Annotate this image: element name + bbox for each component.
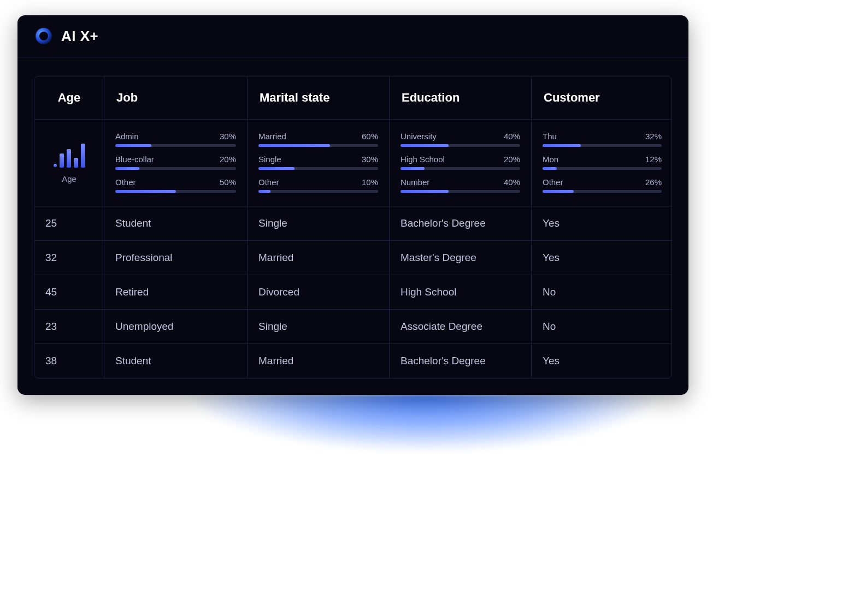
dist-row: Other10% [258, 177, 378, 193]
table-container: Age Job Marital state Education Customer [17, 57, 688, 395]
cell-age: 45 [34, 275, 104, 310]
cell-customer: Yes [532, 206, 672, 241]
cell-job: Professional [104, 241, 248, 275]
dist-row: Thu32% [543, 132, 662, 147]
summary-education: University40% High School20% Number40% [390, 120, 532, 206]
cell-job: Student [104, 206, 248, 241]
dist-row: High School20% [401, 155, 520, 170]
dist-pct: 20% [504, 155, 520, 164]
dist-track [115, 190, 236, 193]
dist-fill [115, 167, 139, 170]
dist-track [401, 144, 520, 147]
dist-fill [258, 167, 295, 170]
dist-fill [258, 190, 270, 193]
cell-job: Unemployed [104, 310, 248, 344]
cell-age: 38 [34, 344, 104, 378]
dist-label: Married [258, 132, 286, 141]
cell-education: Master's Degree [390, 241, 532, 275]
dist-pct: 30% [220, 132, 236, 141]
col-label: Age [58, 91, 81, 105]
cell-marital: Married [248, 241, 390, 275]
dist-track [401, 167, 520, 170]
dist-pct: 50% [220, 177, 236, 187]
summary-customer: Thu32% Mon12% Other26% [532, 120, 672, 206]
dist-fill [543, 190, 574, 193]
column-header-customer[interactable]: Customer [532, 76, 672, 120]
cell-education: Associate Degree [390, 310, 532, 344]
col-label: Education [402, 91, 460, 105]
cell-education: Bachelor's Degree [390, 344, 532, 378]
dist-pct: 20% [220, 155, 236, 164]
dist-fill [115, 190, 176, 193]
column-header-marital[interactable]: Marital state [248, 76, 390, 120]
cell-job: Student [104, 344, 248, 378]
dist-pct: 10% [362, 177, 378, 187]
cell-education: High School [390, 275, 532, 310]
dist-track [543, 167, 662, 170]
age-summary-label: Age [62, 174, 76, 183]
dist-track [258, 167, 378, 170]
dist-pct: 32% [645, 132, 662, 141]
summary-age: Age [34, 120, 104, 206]
dist-fill [258, 144, 330, 147]
dist-track [543, 144, 662, 147]
svg-point-2 [54, 164, 57, 167]
col-label: Marital state [260, 91, 329, 105]
svg-rect-3 [60, 153, 64, 168]
brand-title: AI X+ [61, 28, 98, 45]
dist-fill [543, 167, 557, 170]
dist-label: Single [258, 155, 281, 164]
brand-logo-icon [34, 26, 54, 46]
dist-label: Other [543, 177, 563, 187]
dist-label: Number [401, 177, 429, 187]
cell-customer: Yes [532, 344, 672, 378]
dist-pct: 40% [504, 177, 520, 187]
dist-pct: 60% [362, 132, 378, 141]
cell-age: 25 [34, 206, 104, 241]
dist-fill [401, 167, 425, 170]
topbar: AI X+ [17, 15, 688, 57]
column-header-age[interactable]: Age [34, 76, 104, 120]
dist-row: Other26% [543, 177, 662, 193]
dist-label: Other [258, 177, 279, 187]
dist-row: Single30% [258, 155, 378, 170]
dist-track [401, 190, 520, 193]
dist-row: Number40% [401, 177, 520, 193]
cell-marital: Married [248, 344, 390, 378]
dist-row: Other50% [115, 177, 236, 193]
dist-label: University [401, 132, 437, 141]
cell-customer: Yes [532, 241, 672, 275]
dist-track [258, 144, 378, 147]
col-label: Job [116, 91, 138, 105]
dist-fill [115, 144, 151, 147]
svg-point-1 [39, 32, 48, 40]
cell-marital: Divorced [248, 275, 390, 310]
svg-rect-5 [74, 158, 78, 168]
dist-label: Admin [115, 132, 139, 141]
bar-chart-icon [52, 141, 87, 169]
svg-rect-4 [67, 149, 71, 168]
cell-education: Bachelor's Degree [390, 206, 532, 241]
dist-row: Mon12% [543, 155, 662, 170]
cell-marital: Single [248, 206, 390, 241]
dist-row: University40% [401, 132, 520, 147]
cell-age: 23 [34, 310, 104, 344]
dist-row: Admin30% [115, 132, 236, 147]
dist-track [115, 167, 236, 170]
dist-pct: 12% [645, 155, 662, 164]
dist-pct: 30% [362, 155, 378, 164]
dist-fill [401, 190, 449, 193]
column-header-job[interactable]: Job [104, 76, 248, 120]
dist-label: Blue-collar [115, 155, 154, 164]
cell-age: 32 [34, 241, 104, 275]
dist-label: Mon [543, 155, 558, 164]
dist-track [543, 190, 662, 193]
column-header-education[interactable]: Education [390, 76, 532, 120]
cell-job: Retired [104, 275, 248, 310]
dist-fill [543, 144, 581, 147]
dist-pct: 40% [504, 132, 520, 141]
app-panel: AI X+ Age Job Marital state Education Cu… [17, 15, 688, 395]
summary-marital: Married60% Single30% Other10% [248, 120, 390, 206]
dist-track [258, 190, 378, 193]
svg-rect-6 [81, 144, 85, 168]
